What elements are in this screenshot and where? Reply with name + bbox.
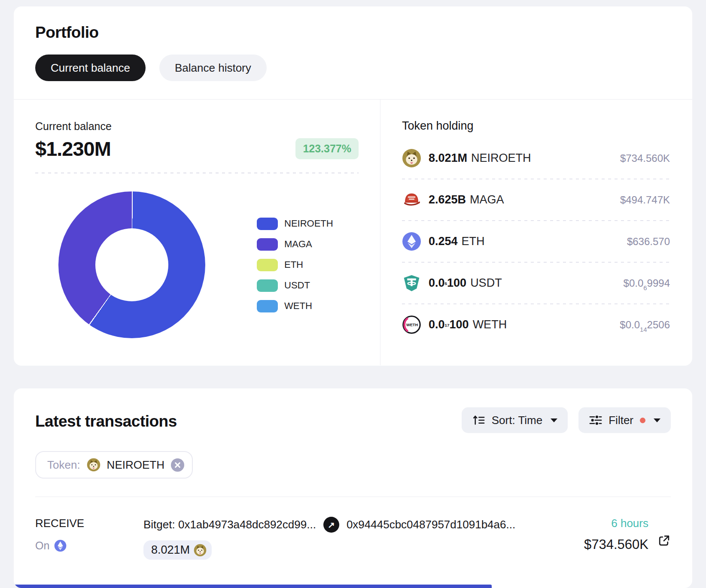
token-amount: 0.0	[429, 276, 445, 290]
sort-icon	[472, 414, 485, 426]
token-usd-value-text: $494.747K	[620, 194, 670, 206]
chevron-down-icon	[551, 418, 557, 422]
token-usd-value: $636.570	[627, 236, 670, 248]
token-holding-panel: Token holding 8.021M NEIROETH $734.560K …	[380, 100, 692, 365]
chart-legend: NEIROETH MAGA ETH USDT	[257, 218, 333, 312]
token-amount-tail: 100	[447, 276, 466, 290]
filter-sliders-icon	[589, 414, 602, 426]
eth-token-icon	[402, 232, 421, 251]
dashed-divider	[35, 173, 359, 173]
token-usd-value-text: $636.570	[627, 236, 670, 247]
legend-label: WETH	[284, 300, 312, 312]
legend-label: NEIROETH	[284, 218, 333, 229]
legend-item-weth: WETH	[257, 300, 333, 312]
tab-current-balance[interactable]: Current balance	[35, 55, 146, 81]
legend-label: ETH	[284, 259, 303, 270]
section-divider	[35, 497, 671, 497]
token-symbol: ETH	[462, 235, 485, 248]
token-row-eth[interactable]: 0.254 ETH $636.570	[402, 221, 670, 262]
usdt-token-icon	[402, 273, 421, 293]
legend-swatch-eth	[257, 259, 278, 271]
token-usd-value: $0.069994	[624, 277, 670, 289]
weth-token-icon: WETH	[402, 315, 421, 334]
token-symbol: WETH	[473, 318, 507, 331]
filter-active-dot	[640, 418, 645, 423]
token-amount: 0.254	[429, 235, 458, 248]
legend-label: USDT	[284, 280, 310, 291]
neiroeth-token-icon	[87, 458, 100, 472]
to-address[interactable]: 0x94445cbc0487957d1091b4a6...	[347, 518, 515, 531]
token-symbol: MAGA	[470, 193, 504, 206]
token-row-weth[interactable]: WETH 0.017100 WETH $0.0142506	[402, 304, 670, 345]
token-filter-prefix: Token:	[47, 458, 80, 472]
filter-button[interactable]: Filter	[578, 407, 671, 433]
latest-transactions-title: Latest transactions	[35, 412, 177, 430]
token-usd-value: $494.747K	[620, 194, 670, 206]
token-amount: 2.625B	[429, 193, 466, 206]
legend-swatch-neiroeth	[257, 218, 278, 230]
balance-change-badge: 123.377%	[295, 138, 359, 159]
balance-tabs: Current balance Balance history	[35, 55, 692, 81]
transaction-row: RECEIVE On Bitget: 0x1ab4973a48dc892cd99…	[35, 517, 671, 560]
portfolio-header: Portfolio Current balance Balance histor…	[14, 6, 692, 100]
token-holding-title: Token holding	[402, 119, 670, 133]
latest-transactions-card: Latest transactions Sort: Time Filter	[14, 388, 692, 588]
token-usd-value-subscript: 6	[643, 285, 647, 291]
partially-visible-bottom-element	[14, 585, 492, 588]
current-balance-label: Current balance	[35, 120, 359, 133]
token-usd-value-text: $734.560K	[620, 152, 670, 164]
transaction-time: 6 hours	[542, 517, 648, 530]
token-usd-value-subscript: 14	[640, 326, 647, 333]
chevron-down-icon	[654, 418, 660, 422]
legend-item-neiroeth: NEIROETH	[257, 218, 333, 230]
legend-item-usdt: USDT	[257, 279, 333, 292]
neiroeth-token-icon	[402, 149, 421, 168]
transaction-direction: RECEIVE	[35, 517, 143, 530]
page-title: Portfolio	[35, 24, 692, 42]
legend-label: MAGA	[284, 239, 312, 250]
token-amount: 0.0	[429, 318, 445, 331]
tab-balance-history[interactable]: Balance history	[159, 55, 267, 81]
token-usd-value: $0.0142506	[620, 319, 670, 331]
legend-swatch-weth	[257, 300, 278, 312]
legend-swatch-usdt	[257, 279, 278, 292]
transaction-usd-value: $734.560K	[542, 537, 648, 552]
sort-button-label: Sort: Time	[492, 414, 542, 427]
token-row-usdt[interactable]: 0.05100 USDT $0.069994	[402, 263, 670, 303]
token-usd-value-tail: 9994	[647, 277, 670, 289]
token-filter-chip: Token: NEIROETH	[35, 451, 193, 479]
external-link-icon[interactable]	[657, 534, 671, 547]
transaction-amount: 8.021M	[151, 543, 190, 557]
token-symbol: USDT	[470, 276, 502, 290]
token-row-neiroeth[interactable]: 8.021M NEIROETH $734.560K	[402, 138, 670, 179]
token-row-maga[interactable]: 2.625B MAGA $494.747K	[402, 179, 670, 220]
legend-item-eth: ETH	[257, 259, 333, 271]
token-amount: 8.021M	[429, 152, 467, 165]
neiroeth-token-icon	[194, 544, 207, 557]
legend-swatch-maga	[257, 238, 278, 251]
sort-button[interactable]: Sort: Time	[462, 407, 568, 433]
legend-item-maga: MAGA	[257, 238, 333, 251]
chain-prefix-label: On	[35, 540, 49, 552]
transaction-amount-chip: 8.021M	[143, 540, 212, 560]
remove-token-filter-button[interactable]	[171, 458, 184, 472]
token-filter-value: NEIROETH	[107, 458, 164, 472]
transfer-arrow-icon: ↗	[323, 517, 339, 533]
token-usd-value-text: $0.0	[624, 277, 644, 289]
token-usd-value: $734.560K	[620, 152, 670, 164]
current-balance-panel: Current balance $1.230M 123.377% NEIROET…	[14, 100, 380, 365]
token-usd-value-tail: 2506	[647, 319, 670, 330]
token-symbol: NEIROETH	[471, 152, 531, 165]
portfolio-card: Portfolio Current balance Balance histor…	[14, 6, 692, 366]
token-amount-tail: 100	[450, 318, 469, 331]
eth-chain-icon	[54, 540, 67, 552]
token-usd-value-text: $0.0	[620, 319, 640, 330]
current-balance-value: $1.230M	[35, 137, 111, 161]
from-address[interactable]: Bitget: 0x1ab4973a48dc892cd99...	[143, 518, 316, 531]
svg-text:WETH: WETH	[406, 323, 418, 327]
maga-token-icon	[402, 190, 421, 209]
donut-chart	[58, 191, 205, 338]
filter-button-label: Filter	[609, 414, 633, 427]
